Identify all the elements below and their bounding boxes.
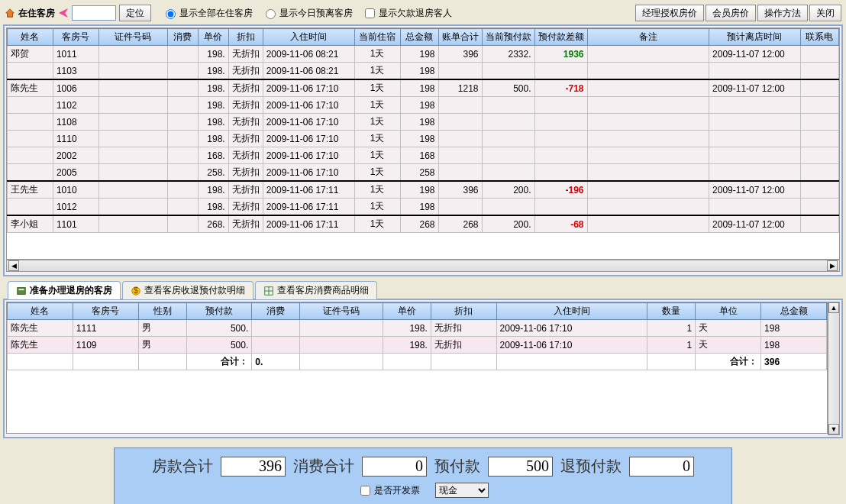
col-header[interactable]: 消费	[252, 303, 300, 320]
col-header[interactable]: 账单合计	[438, 29, 482, 46]
table-row[interactable]: 1110198.无折扣2009-11-06 17:101天198	[8, 131, 839, 147]
room-fee-input[interactable]	[221, 457, 286, 477]
payment-select[interactable]: 现金	[435, 483, 489, 498]
v-scrollbar[interactable]: ▲ ▼	[828, 302, 840, 435]
table-cell: 2009-11-06 17:10	[496, 320, 647, 337]
table-cell	[98, 97, 167, 114]
table-cell	[587, 181, 709, 199]
room-fee-label: 房款合计	[152, 456, 213, 477]
table-cell	[800, 164, 838, 182]
table-cell	[709, 63, 801, 80]
table-cell	[8, 114, 53, 131]
col-header[interactable]: 预付款差额	[534, 29, 587, 46]
col-header[interactable]: 预计离店时间	[709, 29, 801, 46]
table-cell: 2002	[53, 147, 98, 164]
table-cell	[8, 97, 53, 114]
close-button[interactable]: 关闭	[809, 5, 841, 21]
col-header[interactable]: 折扣	[431, 303, 496, 320]
table-row[interactable]: 2005258.无折扣2009-11-06 17:101天258	[8, 164, 839, 182]
table-cell: 无折扣	[228, 97, 263, 114]
scroll-left-icon[interactable]: ◀	[8, 260, 19, 271]
table-cell: 1110	[53, 131, 98, 147]
money-icon: $	[131, 286, 141, 296]
table-cell	[300, 354, 383, 370]
col-header[interactable]: 客房号	[73, 303, 138, 320]
col-header[interactable]: 消费	[167, 29, 198, 46]
col-header[interactable]: 总金额	[400, 29, 438, 46]
col-header[interactable]: 单价	[198, 29, 228, 46]
tab-prepay-detail[interactable]: $ 查看客房收退预付款明细	[122, 281, 253, 299]
table-cell	[73, 354, 138, 370]
prepay-input[interactable]	[488, 457, 553, 477]
locate-input[interactable]	[72, 5, 116, 21]
table-cell	[587, 164, 709, 182]
tab-consume-detail[interactable]: 查看客房消费商品明细	[255, 281, 377, 299]
table-cell: 王先生	[8, 181, 53, 199]
table-cell: 2009-11-06 08:21	[263, 46, 354, 63]
col-header[interactable]: 备注	[587, 29, 709, 46]
refund-input[interactable]	[629, 457, 694, 477]
svg-text:$: $	[134, 286, 138, 295]
table-row[interactable]: 2002168.无折扣2009-11-06 17:101天168	[8, 147, 839, 164]
table-cell	[167, 46, 198, 63]
table-cell	[800, 131, 838, 147]
col-header[interactable]: 预付款	[186, 303, 252, 320]
table-row[interactable]: 1103198.无折扣2009-11-06 08:211天198	[8, 63, 839, 80]
table-row[interactable]: 1108198.无折扣2009-11-06 17:101天198	[8, 114, 839, 131]
col-header[interactable]: 当前预付款	[482, 29, 534, 46]
table-row[interactable]: 1102198.无折扣2009-11-06 17:101天198	[8, 97, 839, 114]
col-header[interactable]: 联系电	[800, 29, 838, 46]
col-header[interactable]: 姓名	[8, 303, 73, 320]
col-header[interactable]: 单位	[696, 303, 761, 320]
table-cell: 无折扣	[431, 337, 496, 354]
radio-show-all[interactable]: 显示全部在住客房	[162, 7, 253, 20]
member-price-button[interactable]: 会员房价	[706, 5, 756, 21]
col-header[interactable]: 入住时间	[496, 303, 647, 320]
table-cell: 无折扣	[431, 320, 496, 337]
table-cell: 198	[761, 337, 827, 354]
col-header[interactable]: 总金额	[761, 303, 827, 320]
check-show-debt[interactable]: 显示欠款退房客人	[362, 6, 452, 21]
col-header[interactable]: 折扣	[228, 29, 263, 46]
scroll-up-icon[interactable]: ▲	[828, 302, 839, 313]
col-header[interactable]: 单价	[383, 303, 431, 320]
table-cell: 198.	[198, 46, 228, 63]
tab-checkout-rooms[interactable]: 准备办理退房的客房	[8, 281, 121, 299]
radio-show-today[interactable]: 显示今日预离客房	[262, 7, 353, 20]
scroll-right-icon[interactable]: ▶	[827, 260, 838, 271]
help-button[interactable]: 操作方法	[757, 5, 808, 21]
col-header[interactable]: 证件号码	[300, 303, 383, 320]
table-row[interactable]: 陈先生1111男500.198.无折扣2009-11-06 17:101天198	[8, 320, 827, 337]
table-cell	[98, 181, 167, 199]
consume-input[interactable]	[362, 457, 427, 477]
table-cell	[8, 147, 53, 164]
table-cell: 1010	[53, 181, 98, 199]
table-cell	[800, 181, 838, 199]
table-row[interactable]: 王先生1010198.无折扣2009-11-06 17:111天19839620…	[8, 181, 839, 199]
table-cell	[709, 131, 801, 147]
col-header[interactable]: 入住时间	[263, 29, 354, 46]
col-header[interactable]: 当前住宿	[354, 29, 400, 46]
col-header[interactable]: 数量	[647, 303, 696, 320]
h-scrollbar[interactable]: ◀ ▶	[6, 260, 840, 272]
scroll-down-icon[interactable]: ▼	[828, 424, 839, 435]
table-row[interactable]: 陈先生1109男500.198.无折扣2009-11-06 17:101天198	[8, 337, 827, 354]
occupied-rooms-table-wrap[interactable]: 姓名客房号证件号码消费单价折扣入住时间当前住宿总金额账单合计当前预付款预付款差额…	[6, 27, 840, 260]
table-cell	[167, 147, 198, 164]
table-row[interactable]: 1012198.无折扣2009-11-06 17:111天198	[8, 199, 839, 216]
table-cell: 268	[400, 215, 438, 233]
col-header[interactable]: 证件号码	[98, 29, 167, 46]
table-row[interactable]: 李小姐1101268.无折扣2009-11-06 17:111天26826820…	[8, 215, 839, 233]
table-cell: 198	[400, 46, 438, 63]
table-row[interactable]: 陈先生1006198.无折扣2009-11-06 17:101天19812185…	[8, 79, 839, 97]
col-header[interactable]: 性别	[138, 303, 186, 320]
locate-button[interactable]: 定位	[119, 5, 151, 21]
invoice-checkbox[interactable]: 是否开发票	[357, 483, 420, 498]
table-cell	[482, 63, 534, 80]
table-cell	[138, 354, 186, 370]
col-header[interactable]: 客房号	[53, 29, 98, 46]
table-row[interactable]: 邓贺1011198.无折扣2009-11-06 08:211天198396233…	[8, 46, 839, 63]
mgr-auth-button[interactable]: 经理授权房价	[635, 5, 704, 21]
col-header[interactable]: 姓名	[8, 29, 53, 46]
checkout-rooms-table-wrap[interactable]: 姓名客房号性别预付款消费证件号码单价折扣入住时间数量单位总金额 陈先生1111男…	[6, 302, 828, 434]
